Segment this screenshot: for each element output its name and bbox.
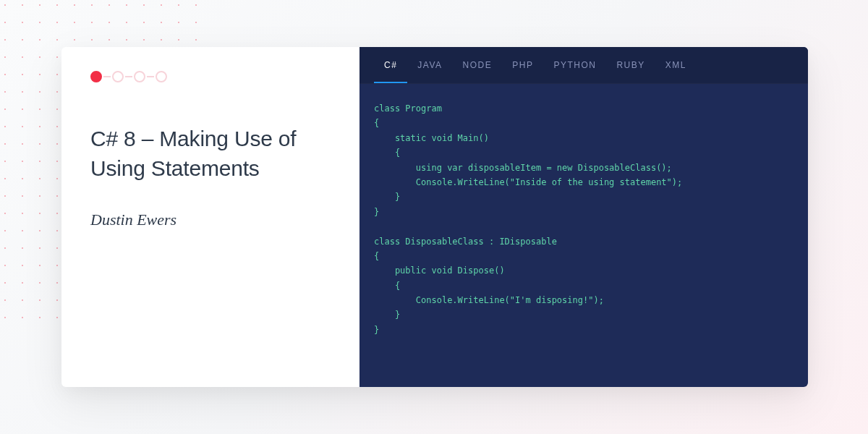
code-snippet: class Program { static void Main() { usi… [359, 84, 808, 387]
content-card: C# 8 – Making Use of Using Statements Du… [61, 47, 808, 387]
step-dot-4 [156, 71, 167, 82]
page-title: C# 8 – Making Use of Using Statements [90, 124, 331, 183]
step-connector [125, 76, 132, 77]
language-tabs: C# JAVA NODE PHP PYTHON RUBY XML [359, 47, 808, 84]
step-dot-2 [112, 71, 124, 82]
tab-java[interactable]: JAVA [407, 47, 452, 83]
tab-xml[interactable]: XML [655, 47, 697, 83]
author-name: Dustin Ewers [90, 210, 331, 229]
step-dot-3 [134, 71, 145, 82]
step-indicator [90, 71, 331, 82]
tab-php[interactable]: PHP [502, 47, 543, 83]
tab-node[interactable]: NODE [453, 47, 503, 83]
card-left-panel: C# 8 – Making Use of Using Statements Du… [61, 47, 359, 387]
tab-python[interactable]: PYTHON [543, 47, 606, 83]
code-panel: C# JAVA NODE PHP PYTHON RUBY XML class P… [359, 47, 808, 387]
step-dot-1 [90, 71, 102, 82]
step-connector [103, 76, 111, 77]
tab-ruby[interactable]: RUBY [606, 47, 655, 83]
step-connector [147, 76, 154, 77]
tab-csharp[interactable]: C# [374, 47, 407, 83]
